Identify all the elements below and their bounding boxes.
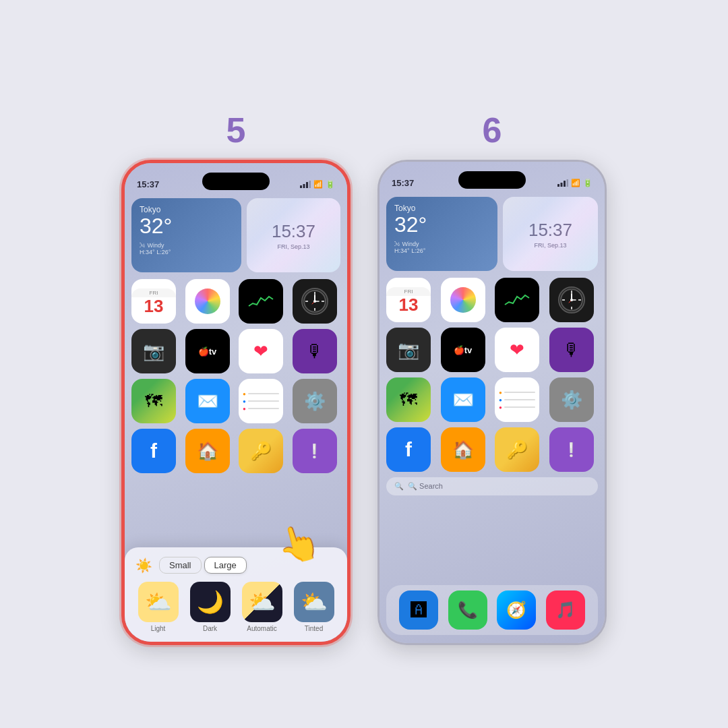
left-weather-widget: Tokyo 32° 🌬 Windy H:34° L:26° (131, 198, 241, 272)
right-app-beeper[interactable]: ❕ (549, 427, 594, 472)
right-app-grid-row1: FRI 13 (386, 278, 598, 322)
clock-face-icon (301, 288, 328, 315)
right-app-camera[interactable]: 📷 (386, 328, 431, 372)
app-settings[interactable]: ⚙️ (293, 379, 337, 423)
weather-temp: 32° (140, 214, 233, 238)
dock-appstore[interactable]: 🅰 (399, 590, 438, 630)
svg-point-25 (570, 299, 573, 301)
right-app-reminders[interactable]: ● ● ● (495, 377, 539, 422)
app-beeper[interactable]: ❕ (293, 429, 337, 473)
svg-point-12 (313, 300, 316, 303)
app-mail[interactable]: ✉️ (185, 379, 230, 423)
right-weather-widget: Tokyo 32° 🌬 Windy H:34° L:26° (386, 197, 497, 271)
app-camera[interactable]: 📷 (131, 329, 176, 373)
app-apple-tv[interactable]: 🍎tv (185, 329, 230, 373)
right-clock-face-icon (558, 286, 585, 313)
right-widgets-row: Tokyo 32° 🌬 Windy H:34° L:26° 15:37 FRI,… (386, 197, 598, 271)
right-app-home[interactable]: 🏠 (441, 427, 485, 472)
svg-rect-15 (564, 181, 566, 187)
svg-rect-1 (303, 184, 305, 188)
battery-icon: 🔋 (326, 180, 335, 189)
right-status-time: 15:37 (392, 178, 414, 188)
left-app-grid-row3: 🗺 ✉️ ● ● ● ⚙️ (131, 379, 340, 423)
left-widgets-row: Tokyo 32° 🌬 Windy H:34° L:26° 15:37 FRI,… (131, 198, 340, 272)
right-app-podcasts[interactable]: 🎙 (549, 328, 594, 372)
right-search-bar[interactable]: 🔍 🔍 Search (386, 477, 598, 495)
right-phone: 15:37 📶 🔋 Tokyo 32° (377, 160, 607, 645)
left-app-grid-row4: f 🏠 🔑 ❕ (131, 429, 340, 473)
app-reminders[interactable]: ● ● ● (239, 379, 283, 423)
app-stocks[interactable] (239, 279, 283, 324)
dock-safari[interactable]: 🧭 (497, 590, 536, 630)
right-app-settings[interactable]: ⚙️ (549, 377, 594, 422)
right-app-facebook[interactable]: f (386, 427, 431, 472)
app-podcasts[interactable]: 🎙 (293, 329, 337, 373)
icon-picker-panel: ☀️ Small Large ⛅ Light 🌙 Dark (125, 547, 347, 642)
app-facebook[interactable]: f (131, 429, 176, 473)
svg-rect-14 (561, 183, 563, 187)
app-passwords[interactable]: 🔑 (239, 429, 283, 473)
icon-style-options: ⛅ Light 🌙 Dark ⛅ Automatic (135, 582, 336, 632)
right-dock: 🅰 📞 🧭 🎵 (386, 585, 598, 635)
style-dark-label: Dark (203, 625, 217, 632)
left-status-time: 15:37 (137, 179, 159, 189)
svg-rect-13 (557, 184, 559, 187)
right-app-stocks[interactable] (495, 278, 539, 322)
wifi-icon-right: 📶 (571, 179, 580, 187)
left-status-icons: 📶 🔋 (300, 180, 335, 189)
right-weather-city: Tokyo (394, 204, 489, 213)
svg-rect-3 (309, 181, 311, 188)
dock-music[interactable]: 🎵 (546, 590, 585, 630)
right-app-health[interactable]: ❤ (495, 328, 539, 372)
right-app-tv[interactable]: 🍎tv (441, 328, 485, 372)
style-light-label: Light (151, 625, 166, 632)
weather-wind: 🌬 Windy H:34° L:26° (140, 242, 233, 255)
search-icon: 🔍 (394, 482, 404, 491)
right-app-grid-row2: 📷 🍎tv ❤ 🎙 (386, 328, 598, 372)
app-calendar[interactable]: FRI 13 (131, 279, 176, 324)
right-app-maps[interactable]: 🗺 (386, 377, 431, 422)
style-auto-thumb: ⛅ (242, 582, 282, 622)
style-dark-thumb: 🌙 (190, 582, 231, 622)
svg-rect-2 (306, 182, 308, 188)
style-automatic[interactable]: ⛅ Automatic (242, 582, 282, 632)
signal-icon-right (557, 179, 568, 187)
brightness-icon: ☀️ (135, 557, 152, 574)
right-app-calendar[interactable]: FRI 13 (386, 278, 431, 322)
right-app-clock[interactable] (549, 278, 594, 322)
right-weather-wind: 🌬 Windy H:34° L:26° (394, 241, 489, 254)
app-home[interactable]: 🏠 (185, 429, 230, 473)
dock-phone[interactable]: 📞 (448, 590, 487, 630)
svg-rect-0 (300, 185, 302, 188)
left-phone: 15:37 📶 🔋 Tokyo 32° (121, 160, 351, 645)
app-photos[interactable] (185, 279, 230, 324)
style-light[interactable]: ⛅ Light (138, 582, 179, 632)
right-app-photos[interactable] (441, 278, 485, 322)
right-phone-section: 6 15:37 📶 🔋 (377, 110, 607, 645)
right-app-passwords[interactable]: 🔑 (495, 427, 539, 472)
style-light-thumb: ⛅ (138, 582, 179, 622)
right-app-grid-row3: 🗺 ✉️ ● ● ● ⚙️ (386, 377, 598, 422)
small-size-button[interactable]: Small (159, 557, 202, 574)
right-weather-temp: 32° (394, 213, 489, 237)
size-buttons[interactable]: Small Large (159, 557, 247, 574)
signal-icon (300, 181, 311, 188)
app-maps[interactable]: 🗺 (131, 379, 176, 423)
large-size-button[interactable]: Large (204, 557, 247, 574)
style-tinted-thumb: ⛅ (294, 582, 334, 622)
app-health[interactable]: ❤ (239, 329, 283, 373)
style-dark[interactable]: 🌙 Dark (190, 582, 231, 632)
battery-icon-right: 🔋 (583, 179, 593, 187)
wifi-icon: 📶 (313, 180, 323, 189)
style-tinted-label: Tinted (305, 625, 323, 632)
right-app-mail[interactable]: ✉️ (441, 377, 485, 422)
stocks-chart-icon (247, 291, 274, 311)
left-app-grid-row2: 📷 🍎tv ❤ 🎙 (131, 329, 340, 373)
app-clock[interactable] (293, 279, 337, 324)
right-app-grid-row4: f 🏠 🔑 ❕ (386, 427, 598, 472)
svg-rect-16 (567, 179, 569, 187)
style-tinted[interactable]: ⛅ Tinted (294, 582, 334, 632)
right-stocks-chart (504, 290, 530, 310)
style-auto-label: Automatic (247, 625, 276, 632)
right-clock-widget: 15:37 FRI, Sep.13 (503, 197, 598, 271)
